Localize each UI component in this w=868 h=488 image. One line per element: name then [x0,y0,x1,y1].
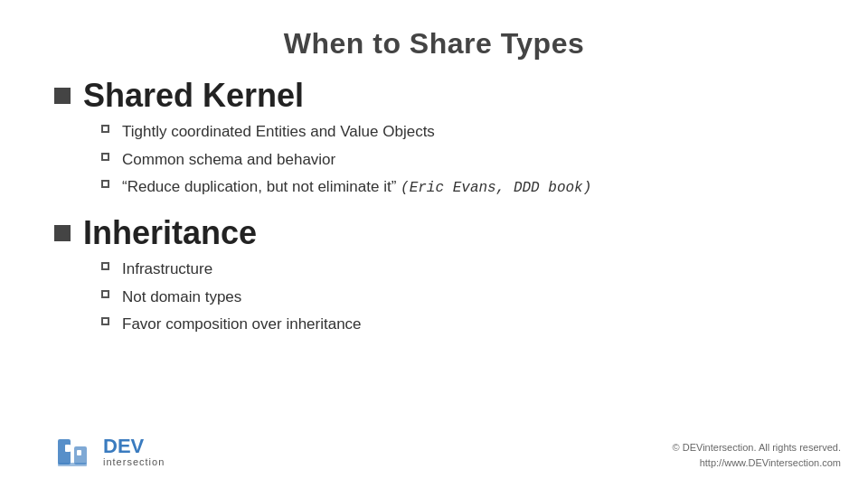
shared-kernel-items: Tightly coordinated Entities and Value O… [54,120,814,199]
item-text: Infrastructure [122,258,212,281]
slide: When to Share Types Shared Kernel Tightl… [0,0,868,488]
item-text: Favor composition over inheritance [122,313,362,336]
slide-title: When to Share Types [54,27,814,61]
copyright-line: © DEVintersection. All rights reserved. [673,440,841,456]
list-item: “Reduce duplication, but not eliminate i… [101,175,814,199]
section-bullet-icon [54,225,71,241]
item-text: “Reduce duplication, but not eliminate i… [122,175,591,199]
footer-copyright: © DEVintersection. All rights reserved. … [673,440,841,472]
inheritance-items: Infrastructure Not domain types Favor co… [54,258,814,336]
logo-intersection-text: intersection [103,456,165,467]
sub-bullet-icon [101,317,109,325]
section-inheritance: Inheritance Infrastructure Not domain ty… [54,214,814,341]
list-item: Not domain types [101,286,814,309]
section-heading-label: Inheritance [83,214,257,252]
item-text: Tightly coordinated Entities and Value O… [122,120,435,144]
section-heading-shared-kernel: Shared Kernel [54,77,814,115]
svg-rect-3 [77,450,81,455]
list-item: Common schema and behavior [101,148,814,172]
list-item: Tightly coordinated Entities and Value O… [101,120,814,144]
sub-bullet-icon [101,125,109,133]
url-line: http://www.DEVintersection.com [673,455,841,472]
section-heading-inheritance: Inheritance [54,214,814,252]
item-text: Not domain types [122,286,241,309]
sub-bullet-icon [101,180,109,188]
logo-dev-text: DEV [103,436,165,456]
sub-bullet-icon [101,262,109,270]
logo-text: DEV intersection [103,436,165,467]
sub-bullet-icon [101,290,109,298]
section-heading-label: Shared Kernel [83,77,304,115]
section-bullet-icon [54,88,71,104]
svg-rect-4 [58,463,87,466]
list-item: Infrastructure [101,258,814,281]
item-text: Common schema and behavior [122,148,335,172]
list-item: Favor composition over inheritance [101,313,814,336]
footer-logo-area: DEV intersection [54,432,165,472]
sub-bullet-icon [101,153,109,161]
dev-logo-icon [54,432,94,472]
svg-rect-1 [65,445,71,452]
section-shared-kernel: Shared Kernel Tightly coordinated Entiti… [54,77,814,203]
footer-text-block: © DEVintersection. All rights reserved. … [673,440,841,472]
